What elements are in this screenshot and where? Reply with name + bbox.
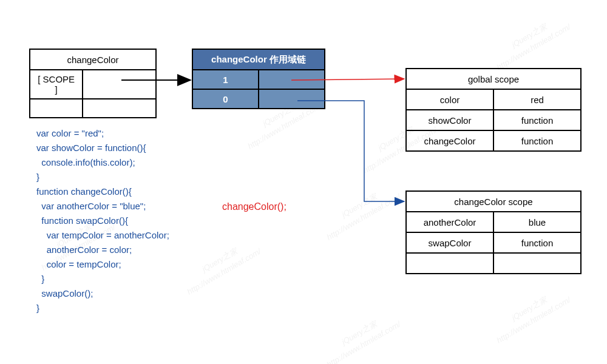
ccscope-row-key: swapColor [406, 232, 493, 253]
global-row-val: red [493, 89, 581, 110]
watermark-text: jQuery之家 [200, 246, 240, 275]
watermark-text: jQuery之家 [340, 191, 379, 220]
changecolor-call-label: changeColor(); [222, 201, 287, 212]
global-row-val: function [493, 130, 581, 151]
global-scope-title: golbal scope [406, 69, 581, 89]
arrow-chain0-to-ccscope [297, 101, 404, 201]
code-snippet: var color = "red"; var showColor = funct… [36, 126, 169, 315]
watermark-text: jQuery之家 [510, 21, 549, 50]
changecolor-title: changeColor [30, 49, 156, 70]
scope-pointer-cell [83, 70, 156, 99]
ccscope-row-val: blue [493, 212, 581, 232]
ccscope-row-val: function [493, 232, 581, 253]
changecolor-scope-title: changeColor scope [406, 191, 581, 212]
global-row-key: changeColor [406, 130, 493, 151]
global-row-val: function [493, 110, 581, 130]
scope-chain-title: changeColor 作用域链 [192, 49, 325, 70]
watermark-text: http://www.htmleaf.com/ [495, 295, 572, 345]
watermark-text: http://www.htmleaf.com/ [325, 320, 402, 364]
chain-index-1: 1 [192, 70, 259, 89]
ccscope-row-key: anotherColor [406, 212, 493, 232]
global-row-key: showColor [406, 110, 493, 130]
chain-index-0: 0 [192, 89, 259, 109]
changecolor-function-box: changeColor [ SCOPE ] [29, 49, 157, 118]
watermark-text: http://www.htmleaf.com/ [495, 22, 572, 72]
ccscope-row-key [406, 253, 493, 274]
chain-pointer-1 [259, 70, 325, 89]
chain-pointer-0 [259, 89, 325, 109]
ccscope-row-val [493, 253, 581, 274]
changecolor-scope-box: changeColor scope anotherColor blue swap… [405, 190, 582, 274]
watermark-text: jQuery之家 [340, 318, 379, 348]
scope-label-cell: [ SCOPE ] [30, 70, 83, 99]
global-scope-box: golbal scope color red showColor functio… [405, 68, 582, 152]
scope-chain-box: changeColor 作用域链 1 0 [192, 49, 325, 109]
empty-cell [83, 99, 156, 118]
watermark-text: http://www.htmleaf.com/ [325, 192, 402, 242]
global-row-key: color [406, 89, 493, 110]
watermark-text: http://www.htmleaf.com/ [185, 247, 262, 297]
empty-cell [30, 99, 83, 118]
watermark-text: jQuery之家 [510, 294, 549, 323]
